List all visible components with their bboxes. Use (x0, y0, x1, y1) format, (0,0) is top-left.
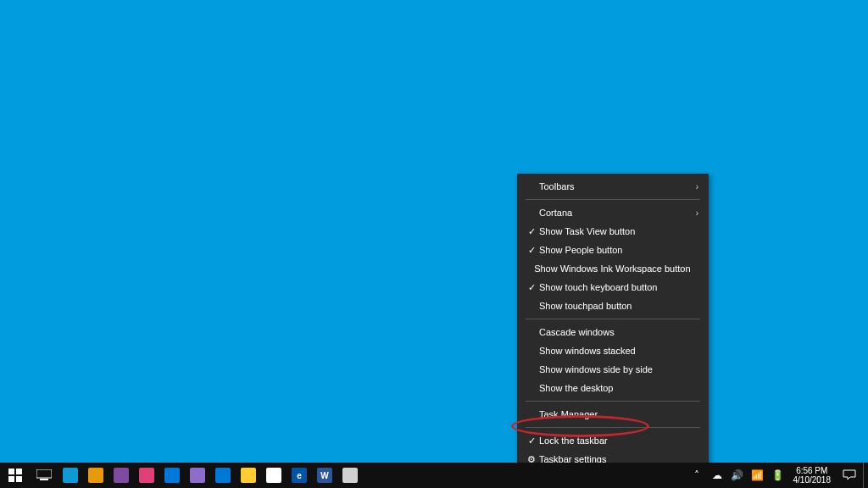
windows-logo-icon (8, 469, 22, 482)
taskbar-pinned-edge[interactable]: e (287, 463, 312, 488)
menu-item-label: Show the desktop (539, 383, 687, 393)
system-tray: ˄☁🔊📶🔋 (687, 463, 788, 488)
action-center-icon (843, 469, 856, 481)
menu-item-show-people-button[interactable]: ✓Show People button (517, 241, 709, 259)
check-icon: ✓ (524, 226, 539, 237)
app-generic-4-icon (342, 468, 358, 483)
menu-item-toolbars[interactable]: Toolbars› (517, 177, 709, 196)
file-explorer-icon (241, 468, 256, 483)
menu-item-label: Show People button (539, 245, 687, 255)
taskbar-pinned-file-explorer[interactable] (236, 463, 261, 488)
tray-chevron-icon[interactable]: ˄ (687, 463, 707, 488)
taskbar-pinned-app-generic-3[interactable] (159, 463, 185, 488)
svg-rect-2 (8, 476, 14, 482)
action-center-button[interactable] (836, 463, 863, 488)
tray-network-icon[interactable]: 📶 (748, 463, 768, 488)
svg-rect-3 (16, 476, 22, 482)
taskbar-pinned-app-store[interactable] (210, 463, 236, 488)
menu-separator (526, 319, 700, 319)
tray-onedrive-icon[interactable]: ☁ (707, 463, 727, 488)
show-desktop-button[interactable] (863, 463, 868, 488)
app-generic-1-icon (63, 468, 78, 483)
taskbar-pinned-app-notes[interactable] (185, 463, 210, 488)
menu-separator (526, 401, 700, 402)
clock[interactable]: 6:56 PM 4/10/2018 (788, 463, 837, 488)
svg-rect-4 (36, 469, 52, 478)
check-icon: ✓ (524, 282, 539, 293)
task-view-button[interactable] (31, 463, 58, 488)
check-icon: ✓ (524, 435, 539, 446)
menu-item-label: Cascade windows (539, 327, 687, 337)
chrome-icon (266, 468, 281, 483)
app-notes-icon (190, 468, 205, 483)
menu-item-show-windows-stacked[interactable]: Show windows stacked (517, 341, 709, 360)
app-store-icon (215, 468, 231, 483)
taskbar-pinned-chrome[interactable] (261, 463, 287, 488)
menu-item-show-task-view-button[interactable]: ✓Show Task View button (517, 222, 709, 241)
app-generic-3-icon (164, 468, 180, 483)
svg-rect-5 (40, 479, 48, 480)
app-generic-2-icon (88, 468, 103, 483)
tray-battery-icon[interactable]: 🔋 (768, 463, 788, 488)
menu-item-show-the-desktop[interactable]: Show the desktop (517, 379, 709, 397)
taskbar-pinned-app-maps[interactable] (134, 463, 159, 488)
menu-item-lock-the-taskbar[interactable]: ✓Lock the taskbar (517, 431, 709, 450)
menu-separator (526, 199, 700, 200)
check-icon: ✓ (524, 245, 539, 256)
taskbar-pinned-app-generic-4[interactable] (337, 463, 363, 488)
menu-item-label: Lock the taskbar (539, 435, 687, 446)
menu-item-label: Show touch keyboard button (539, 282, 687, 292)
menu-item-show-windows-side-by-side[interactable]: Show windows side by side (517, 360, 709, 379)
svg-rect-1 (16, 469, 22, 474)
menu-item-label: Show touchpad button (539, 301, 687, 311)
menu-item-show-touch-keyboard-button[interactable]: ✓Show touch keyboard button (517, 278, 709, 297)
menu-item-label: Task Manager (539, 409, 687, 419)
menu-separator (526, 427, 700, 428)
menu-item-task-manager[interactable]: Task Manager (517, 405, 709, 424)
app-paint-icon (114, 468, 129, 483)
start-button[interactable] (0, 463, 31, 488)
dropbox-icon (368, 468, 383, 483)
menu-item-label: Toolbars (539, 181, 687, 191)
taskbar: eW ˄☁🔊📶🔋 6:56 PM 4/10/2018 (0, 463, 868, 488)
taskbar-pinned-app-paint[interactable] (108, 463, 134, 488)
taskbar-pinned-app-generic-2[interactable] (83, 463, 108, 488)
svg-rect-0 (8, 469, 14, 474)
menu-item-cortana[interactable]: Cortana› (517, 203, 709, 222)
taskbar-pinned-dropbox[interactable] (363, 463, 388, 488)
clock-time: 6:56 PM (796, 466, 827, 475)
taskbar-pinned-word[interactable]: W (312, 463, 337, 488)
chevron-right-icon: › (687, 182, 698, 191)
clock-date: 4/10/2018 (793, 475, 832, 485)
taskbar-context-menu: Toolbars›Cortana›✓Show Task View button✓… (517, 174, 709, 472)
edge-icon: e (292, 468, 307, 483)
word-icon: W (317, 468, 332, 483)
menu-item-label: Cortana (539, 208, 687, 218)
menu-item-show-touchpad-button[interactable]: Show touchpad button (517, 297, 709, 315)
task-view-icon (36, 469, 52, 481)
menu-item-cascade-windows[interactable]: Cascade windows (517, 323, 709, 341)
menu-item-show-windows-ink-workspace-button[interactable]: Show Windows Ink Workspace button (517, 259, 709, 278)
menu-item-label: Show windows side by side (539, 364, 687, 374)
taskbar-pinned-app-generic-1[interactable] (58, 463, 83, 488)
chevron-right-icon: › (687, 208, 698, 218)
menu-item-label: Show Task View button (539, 226, 687, 236)
app-maps-icon (139, 468, 154, 483)
menu-item-label: Show Windows Ink Workspace button (534, 263, 690, 274)
tray-volume-icon[interactable]: 🔊 (727, 463, 748, 488)
menu-item-label: Show windows stacked (539, 346, 687, 356)
